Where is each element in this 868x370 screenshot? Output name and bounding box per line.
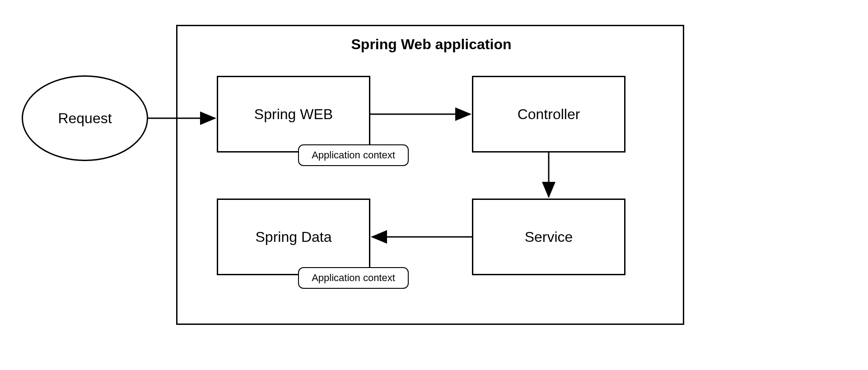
- app-context-1-label: Application context: [312, 149, 395, 161]
- spring-data-node: Spring Data: [217, 199, 370, 275]
- container-title: Spring Web application: [307, 36, 555, 53]
- spring-web-label: Spring WEB: [254, 106, 333, 123]
- app-context-1: Application context: [298, 144, 409, 166]
- app-context-2-label: Application context: [312, 272, 395, 284]
- spring-app-container: [176, 25, 684, 325]
- service-label: Service: [525, 229, 573, 245]
- controller-label: Controller: [518, 106, 580, 123]
- app-context-2: Application context: [298, 267, 409, 289]
- spring-web-node: Spring WEB: [217, 76, 370, 153]
- controller-node: Controller: [472, 76, 625, 153]
- request-label: Request: [58, 110, 112, 127]
- architecture-diagram: Spring Web application Request Spring WE…: [0, 0, 868, 370]
- service-node: Service: [472, 199, 625, 275]
- request-node: Request: [22, 75, 148, 161]
- spring-data-label: Spring Data: [256, 229, 332, 245]
